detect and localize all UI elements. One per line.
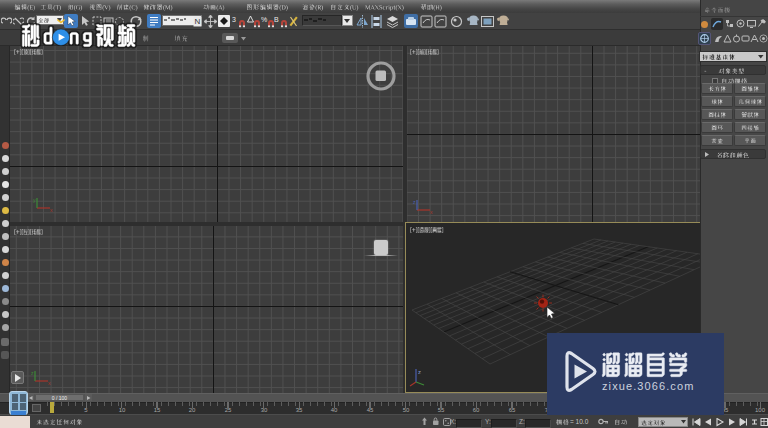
svg-text:y: y — [33, 197, 36, 203]
svg-text:N: N — [195, 17, 201, 26]
svg-text:x: x — [50, 207, 53, 213]
svg-text:z: z — [31, 370, 34, 376]
svg-text:z: z — [413, 199, 416, 205]
svg-text:z: z — [418, 369, 421, 375]
svg-text:%: % — [261, 16, 267, 23]
svg-text:x: x — [48, 380, 51, 386]
svg-text:x: x — [430, 209, 433, 215]
svg-text:3: 3 — [232, 16, 236, 23]
svg-text:B: B — [274, 16, 279, 23]
